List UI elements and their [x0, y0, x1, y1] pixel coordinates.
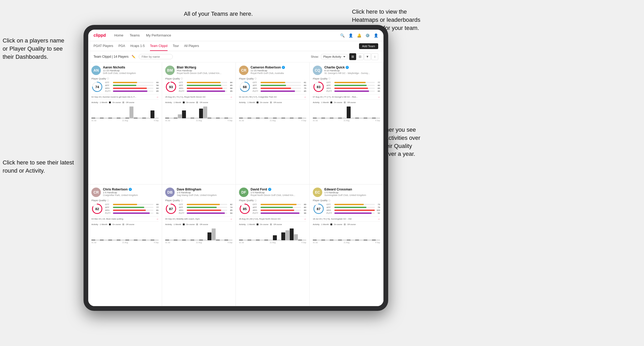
- chart-label-start: 31 Jul: [165, 120, 170, 121]
- chart-labels: 31 Jul 21 Aug 4 Sep: [239, 120, 306, 121]
- player-name[interactable]: Blair McHarg: [177, 66, 232, 69]
- grid-view-button[interactable]: ⊞: [349, 53, 356, 60]
- player-name[interactable]: Cameron Robertson ✓: [251, 66, 306, 69]
- player-card[interactable]: BM Blair McHarg Plus Handicap Royal Nort…: [162, 62, 236, 184]
- stat-bar: [187, 207, 217, 208]
- sub-nav-all-players[interactable]: All Players: [184, 41, 199, 51]
- add-team-button[interactable]: Add Team: [359, 43, 378, 49]
- arrow-right-icon: →: [156, 217, 159, 220]
- player-name[interactable]: Chris Robertson ✓: [103, 188, 159, 191]
- chart-bar: [174, 240, 178, 240]
- stat-row: APP 77: [105, 206, 159, 209]
- quality-circle[interactable]: 82: [91, 203, 103, 215]
- person-icon[interactable]: 👤: [348, 33, 353, 38]
- quality-content: 83 OTT 77 APP 80 ARG 83 PUTT: [313, 81, 380, 93]
- latest-round[interactable]: 18 Jul 23 | 74 (+3), Sunningdale GC - Ol…: [313, 216, 380, 222]
- chart-bar: [104, 118, 108, 118]
- player-card[interactable]: AN Aaron Nicholls 11-15 Handicap Drift G…: [88, 62, 162, 184]
- player-name[interactable]: Charlie Quick ✓: [324, 66, 380, 69]
- sub-nav-hcaps[interactable]: Hcaps 1-5: [130, 41, 145, 51]
- stats-grid: OTT 82 APP 74 ARG 85 PUTT 94: [179, 203, 232, 214]
- nav-teams[interactable]: Teams: [130, 33, 140, 37]
- toolbar-right: Show: Player Activity ⊞ ⊟ ▼ ↕: [311, 53, 378, 60]
- edit-icon[interactable]: ✏️: [132, 55, 136, 58]
- chart-label-end: 4 Sep: [375, 120, 380, 121]
- player-card[interactable]: CR Chris Robertson ✓ 1-5 Handicap Craigm…: [88, 184, 162, 306]
- quality-circle[interactable]: 93: [165, 81, 177, 93]
- player-name[interactable]: David Ford ✓: [251, 188, 306, 191]
- sub-nav-tour[interactable]: Tour: [173, 41, 179, 51]
- latest-round[interactable]: 26 Aug 23 | 84 (+12), Royal North Devon …: [239, 216, 306, 222]
- chart-bar: [138, 118, 142, 118]
- search-icon[interactable]: 🔍: [340, 33, 345, 38]
- latest-round[interactable]: 03 Mar 23 | 19, Must make putting →: [91, 216, 159, 222]
- player-card[interactable]: CR Cameron Robertson ✓ 11-15 Handicap Ro…: [236, 62, 310, 184]
- latest-round[interactable]: 02 Sep 23 | Sunrise round to get back in…: [91, 94, 159, 100]
- chart-bar: [169, 240, 173, 240]
- nav-my-performance[interactable]: My Performance: [146, 33, 171, 37]
- sub-nav-pgat[interactable]: PGAT Players: [94, 41, 113, 51]
- player-card[interactable]: CQ Charlie Quick ✓ 6-10 Handicap St. Geo…: [310, 62, 383, 184]
- player-name[interactable]: Aaron Nicholls: [103, 66, 159, 69]
- quality-circle[interactable]: 85: [239, 203, 251, 215]
- off-course-label: Off course: [347, 102, 356, 103]
- sort-button[interactable]: ↕: [371, 53, 378, 60]
- chart-bar: [252, 240, 256, 240]
- stat-bar-container: [187, 207, 227, 208]
- quality-circle[interactable]: 83: [313, 81, 324, 93]
- search-input[interactable]: [139, 54, 173, 59]
- activity-section: Activity · 1 Month On course Off course …: [165, 223, 232, 243]
- chart-bar: [325, 118, 329, 118]
- player-card[interactable]: DB Dave Billingham 1-5 Handicap Sag Main…: [162, 184, 236, 306]
- nav-icons: 🔍 👤 🔔 ⚙️ 👤: [340, 33, 378, 38]
- off-course-legend: [270, 102, 272, 103]
- chart-bar: [100, 240, 104, 240]
- chart-bar: [129, 107, 133, 118]
- player-info: Edward Crossman 1-5 Handicap Sunningdale…: [324, 188, 380, 196]
- player-card[interactable]: DF David Ford ✓ 1-5 Handicap Royal North…: [236, 184, 310, 306]
- quality-circle[interactable]: 87: [313, 203, 324, 215]
- chart-labels: 31 Jul 21 Aug 4 Sep: [165, 242, 232, 243]
- stat-value: 91: [154, 212, 159, 214]
- stat-row: APP 80: [253, 206, 306, 209]
- latest-round[interactable]: 02 Jul 23 | 59 (+17), Craigmillar Park G…: [239, 94, 306, 100]
- chart-bar: [298, 240, 302, 240]
- stat-row: PUTT 95: [179, 90, 232, 92]
- chart-label-mid: 21 Aug: [270, 120, 276, 121]
- chart-bar: [268, 118, 272, 118]
- player-name[interactable]: Dave Billingham: [177, 188, 232, 191]
- quality-circle[interactable]: 87: [165, 203, 177, 215]
- chart-bar: [338, 118, 342, 118]
- activity-chart: [239, 105, 306, 119]
- player-card[interactable]: EC Edward Crossman 1-5 Handicap Sunningd…: [310, 184, 383, 306]
- stat-bar-container: [113, 204, 153, 205]
- show-select[interactable]: Player Activity: [321, 54, 347, 59]
- stat-bar: [113, 91, 147, 92]
- activity-header: Activity · 1 Month On course Off course: [91, 223, 159, 226]
- filter-button[interactable]: ▼: [364, 53, 371, 60]
- sub-nav-pga[interactable]: PGA: [118, 41, 125, 51]
- stat-value: 81: [154, 209, 159, 211]
- quality-label: Player Quality ⓘ: [313, 199, 380, 202]
- settings-icon[interactable]: ⚙️: [365, 33, 370, 38]
- stat-row: PUTT 91: [105, 212, 159, 214]
- bell-icon[interactable]: 🔔: [357, 33, 361, 38]
- stat-label: OTT: [253, 81, 259, 84]
- quality-circle[interactable]: 68: [239, 81, 251, 93]
- latest-round[interactable]: 26 Aug 23 | 73 (+1), Royal North Devon G…: [165, 94, 232, 100]
- latest-round[interactable]: 04 Sep 23 | Mobility with coach, Gym →: [165, 216, 232, 222]
- sub-nav-team-clippd[interactable]: Team Clippd: [150, 41, 168, 51]
- list-view-button[interactable]: ⊟: [357, 53, 363, 60]
- quality-circle[interactable]: 74: [91, 81, 103, 93]
- quality-content: 74 OTT 60 APP 58 ARG 84 PUTT: [91, 81, 159, 93]
- activity-section: Activity · 1 Month On course Off course …: [313, 101, 380, 121]
- player-name[interactable]: Edward Crossman: [324, 188, 380, 191]
- nav-home[interactable]: Home: [114, 33, 123, 37]
- latest-round[interactable]: 07 Aug 23 | 77 (+7), St George's Hill GC…: [313, 94, 380, 100]
- chart-bar: [108, 240, 112, 240]
- stat-row: OTT 84: [179, 81, 232, 84]
- avatar-icon[interactable]: 👤: [373, 33, 378, 38]
- quality-content: 93 OTT 84 APP 85 ARG 88 PUTT: [165, 81, 232, 93]
- chart-bar: [224, 118, 228, 118]
- chart-bar: [325, 240, 329, 240]
